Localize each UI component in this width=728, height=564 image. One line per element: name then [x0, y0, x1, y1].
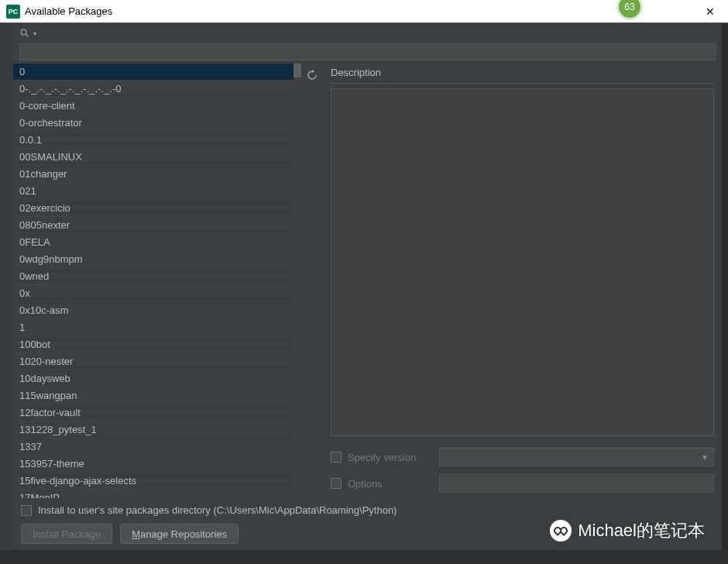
list-item[interactable]: 02exercicio — [13, 200, 301, 217]
list-item[interactable]: 153957-theme — [13, 456, 301, 473]
window-title: Available Packages — [25, 5, 112, 17]
list-item[interactable]: 0wned — [13, 268, 301, 285]
install-package-button[interactable]: Install Package — [21, 524, 112, 544]
app-icon: PC — [6, 5, 20, 19]
wechat-icon — [550, 520, 572, 542]
list-item[interactable]: 00SMALINUX — [13, 149, 301, 166]
options-input[interactable] — [439, 474, 714, 493]
svg-point-0 — [21, 29, 26, 35]
list-item[interactable]: 0.0.1 — [13, 132, 301, 149]
search-input[interactable] — [19, 43, 716, 60]
description-label: Description — [331, 67, 714, 84]
dialog-content: ▾ 00-._.-._.-._.-._.-._.-._.-00-core-cli… — [13, 23, 722, 550]
list-item[interactable]: 100bot — [13, 336, 301, 353]
close-button[interactable]: ✕ — [699, 0, 722, 23]
search-icon — [19, 28, 30, 39]
list-item[interactable]: 1020-nester — [13, 353, 301, 370]
list-item[interactable]: 0-orchestrator — [13, 115, 301, 132]
refresh-button[interactable] — [304, 67, 321, 84]
list-item[interactable]: 0-._.-._.-._.-._.-._.-._.-0 — [13, 81, 301, 98]
list-item[interactable]: 10daysweb — [13, 370, 301, 387]
list-item[interactable]: 0wdg9nbmpm — [13, 251, 301, 268]
specify-version-row: Specify version ▼ — [331, 445, 714, 469]
watermark: Michael的笔记本 — [550, 519, 705, 542]
right-panel: Description Specify version ▼ Options — [323, 64, 722, 498]
options-label: Options — [348, 478, 433, 490]
watermark-text: Michael的笔记本 — [578, 519, 705, 542]
list-item[interactable]: 17MonIP — [13, 490, 301, 498]
list-item[interactable]: 021 — [13, 183, 301, 200]
specify-version-checkbox[interactable] — [331, 452, 342, 463]
specify-version-label: Specify version — [348, 452, 433, 463]
list-item[interactable]: 12factor-vault — [13, 404, 301, 421]
svg-line-1 — [26, 35, 29, 37]
main-split: 00-._.-._.-._.-._.-._.-._.-00-core-clien… — [13, 64, 722, 498]
install-user-label: Install to user's site packages director… — [38, 504, 397, 516]
scrollbar-thumb[interactable] — [294, 64, 301, 77]
search-row: ▾ — [13, 23, 722, 43]
package-list-container: 00-._.-._.-._.-._.-._.-._.-00-core-clien… — [13, 64, 301, 498]
manage-rest: anage Repositories — [140, 528, 227, 540]
list-item[interactable]: 115wangpan — [13, 387, 301, 404]
chevron-down-icon: ▼ — [701, 453, 709, 462]
install-user-checkbox[interactable] — [21, 505, 32, 516]
list-item[interactable]: 0FELA — [13, 234, 301, 251]
refresh-icon — [306, 69, 318, 81]
manage-mnemonic: M — [132, 528, 140, 540]
options-row: Options — [331, 472, 714, 495]
list-item[interactable]: 0x10c-asm — [13, 302, 301, 319]
list-item[interactable]: 0-core-client — [13, 98, 301, 115]
search-dropdown-icon[interactable]: ▾ — [33, 30, 36, 37]
list-item[interactable]: 01changer — [13, 166, 301, 183]
options-checkbox[interactable] — [331, 478, 342, 489]
list-item[interactable]: 0 — [13, 64, 301, 81]
refresh-column — [301, 64, 323, 498]
version-combo[interactable]: ▼ — [439, 448, 714, 466]
list-item[interactable]: 0x — [13, 285, 301, 302]
list-item[interactable]: 1337 — [13, 438, 301, 456]
list-item[interactable]: 131228_pytest_1 — [13, 421, 301, 438]
background-footer — [0, 550, 728, 564]
install-user-row: Install to user's site packages director… — [21, 504, 714, 516]
scrollbar-track[interactable] — [294, 64, 301, 498]
list-item[interactable]: 15five-django-ajax-selects — [13, 473, 301, 490]
list-item[interactable]: 0805nexter — [13, 217, 301, 234]
background-sidebar — [0, 23, 13, 564]
list-item[interactable]: 1 — [13, 319, 301, 336]
package-list[interactable]: 00-._.-._.-._.-._.-._.-._.-00-core-clien… — [13, 64, 301, 498]
manage-repositories-button[interactable]: Manage Repositories — [120, 524, 239, 544]
description-box — [331, 88, 714, 436]
